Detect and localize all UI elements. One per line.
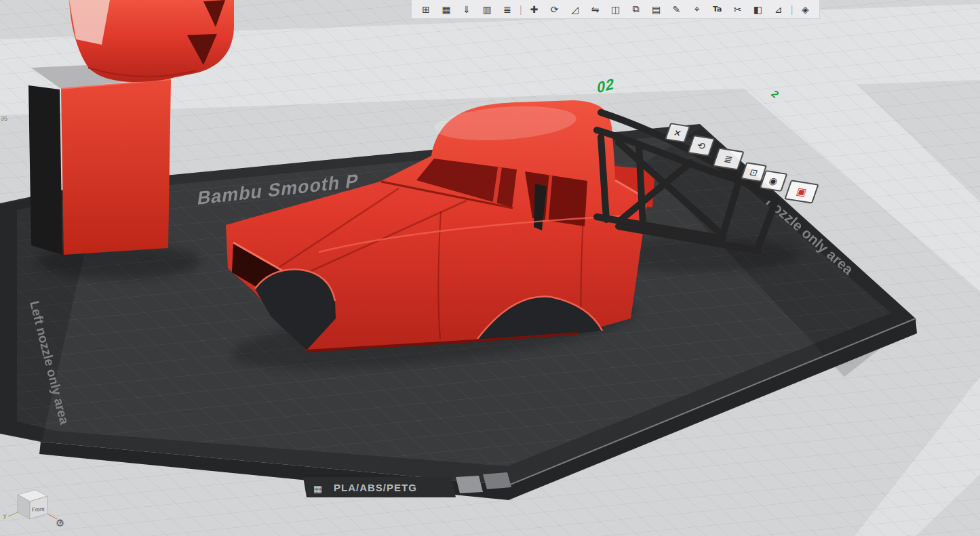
bambu-logo-icon: ▦ (313, 483, 322, 494)
view-settings-gear-icon[interactable]: ⚙ (56, 517, 64, 529)
cut-tool-button[interactable]: ✂ (728, 1, 748, 18)
assembly-view-button[interactable]: ◈ (795, 1, 815, 18)
block-front-face[interactable] (61, 79, 171, 255)
plate-thumbnail-icon: ▣ (795, 185, 808, 199)
variable-layer-height-button[interactable]: ▤ (646, 1, 667, 18)
mesh-boolean-button[interactable]: ◧ (748, 1, 768, 18)
split-view-button[interactable]: ≣ (497, 1, 517, 18)
plate-material-label: PLA/ABS/PETG (334, 482, 417, 493)
rotate-button[interactable]: ⟳ (545, 1, 565, 18)
add-plate-button[interactable]: ▦ (436, 1, 456, 18)
nav-axis-y-label: y (3, 512, 7, 519)
split-to-objects-button[interactable]: ◫ (606, 1, 626, 18)
move-button[interactable]: ✚ (524, 1, 545, 18)
arrange-button[interactable]: ▥ (477, 1, 497, 18)
add-model-button[interactable]: ⊞ (416, 1, 436, 18)
cage-front-leg-2 (639, 145, 643, 225)
seam-painting-button[interactable]: ⌖ (687, 1, 707, 18)
split-to-parts-button[interactable]: ⧉ (626, 1, 646, 18)
rectangular-block-model[interactable] (28, 62, 171, 255)
text-tool-button[interactable]: Ta (707, 1, 728, 18)
toolbar-separator: | (791, 4, 793, 15)
scale-button[interactable]: ◿ (565, 1, 585, 18)
block-left-face[interactable] (28, 85, 62, 255)
plate-tab-3 (483, 472, 511, 489)
viewport-3d[interactable]: ▦ PLA/ABS/PETG Bambu Smooth P Left nozzl… (0, 0, 980, 536)
scene-canvas[interactable]: ▦ PLA/ABS/PETG Bambu Smooth P Left nozzl… (0, 0, 980, 536)
plate-tab-2 (456, 476, 483, 493)
edge-label: 35 (1, 115, 7, 122)
measure-button[interactable]: ⊿ (768, 1, 789, 18)
toolbar-separator: | (520, 4, 522, 15)
nav-axis-y-line (8, 512, 18, 516)
auto-orient-button[interactable]: ⇓ (456, 1, 477, 18)
support-painting-button[interactable]: ✎ (667, 1, 687, 18)
top-toolbar: ⊞ ▦ ⇓ ▥ ≣ | ✚ ⟳ ◿ ⇋ ◫ ⧉ ▤ ✎ ⌖ Ta ✂ ◧ ⊿ |… (411, 0, 820, 19)
nav-cube-front-label: Front (32, 506, 45, 513)
mirror-button[interactable]: ⇋ (585, 1, 606, 18)
